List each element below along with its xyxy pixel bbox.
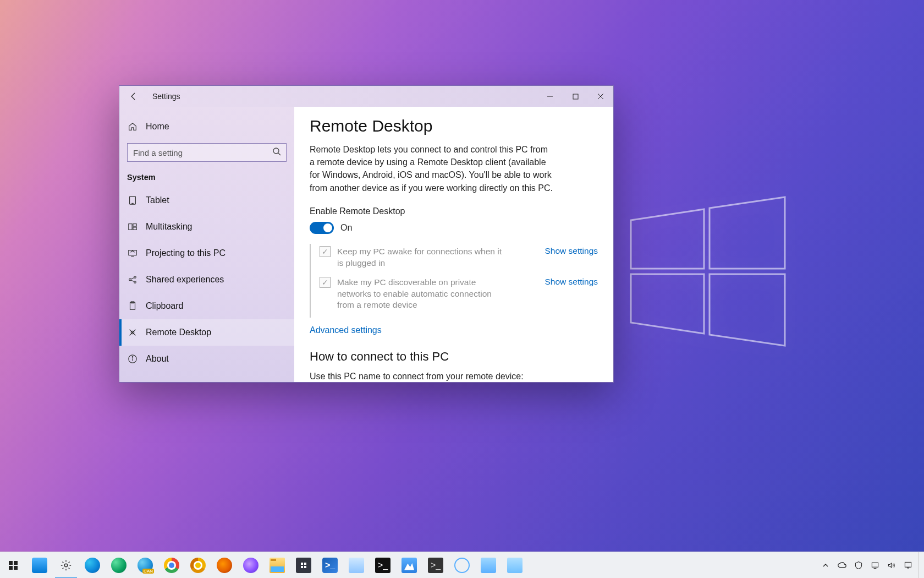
sidebar-home[interactable]: Home bbox=[119, 113, 294, 140]
tray-volume[interactable] bbox=[883, 552, 900, 579]
start-button[interactable] bbox=[0, 552, 26, 579]
tray-action-center[interactable] bbox=[900, 552, 916, 579]
sidebar-item-label: Remote Desktop bbox=[146, 328, 211, 337]
svg-rect-28 bbox=[301, 563, 303, 565]
taskbar-edge-dev[interactable] bbox=[106, 552, 132, 579]
svg-point-27 bbox=[64, 564, 68, 567]
minimize-button[interactable] bbox=[537, 86, 563, 107]
home-label: Home bbox=[146, 122, 169, 132]
svg-line-5 bbox=[278, 153, 280, 155]
sidebar-item-label: Shared experiences bbox=[146, 275, 224, 285]
sidebar-item-projecting[interactable]: Projecting to this PC bbox=[119, 240, 294, 266]
taskbar-edge-canary[interactable]: CAN bbox=[132, 552, 158, 579]
sidebar-item-shared-experiences[interactable]: Shared experiences bbox=[119, 266, 294, 293]
taskbar-app-3[interactable] bbox=[475, 552, 502, 579]
svg-rect-29 bbox=[304, 563, 306, 565]
taskbar-firefox-dev[interactable] bbox=[238, 552, 264, 579]
svg-rect-31 bbox=[304, 566, 306, 568]
remote-icon bbox=[127, 327, 138, 338]
toggle-state: On bbox=[340, 223, 352, 233]
main-pane: Remote Desktop Remote Desktop lets you c… bbox=[294, 107, 613, 382]
taskbar-terminal-2[interactable]: >_ bbox=[422, 552, 449, 579]
svg-rect-9 bbox=[133, 224, 136, 227]
toggle-label: Enable Remote Desktop bbox=[310, 206, 598, 216]
svg-rect-30 bbox=[301, 566, 303, 568]
taskbar-powershell[interactable]: >_ bbox=[317, 552, 343, 579]
tablet-icon bbox=[127, 195, 138, 206]
svg-rect-8 bbox=[129, 224, 132, 230]
svg-rect-33 bbox=[905, 562, 911, 567]
taskbar-app-1[interactable] bbox=[343, 552, 370, 579]
svg-point-4 bbox=[273, 148, 279, 154]
svg-rect-26 bbox=[14, 566, 18, 570]
home-icon bbox=[127, 121, 138, 132]
svg-rect-1 bbox=[573, 94, 578, 99]
taskbar-file-explorer[interactable] bbox=[264, 552, 290, 579]
project-icon bbox=[127, 248, 138, 259]
option-discoverable-text: Make my PC discoverable on private netwo… bbox=[337, 277, 508, 312]
back-button[interactable] bbox=[127, 90, 140, 103]
option-discoverable: ✓ Make my PC discoverable on private net… bbox=[320, 277, 598, 312]
tray-security[interactable] bbox=[850, 552, 867, 579]
share-icon bbox=[127, 274, 138, 285]
sidebar-item-clipboard[interactable]: Clipboard bbox=[119, 293, 294, 319]
svg-rect-23 bbox=[9, 561, 13, 565]
tray-chevron[interactable] bbox=[817, 552, 834, 579]
checkbox-discoverable[interactable]: ✓ bbox=[320, 277, 331, 288]
sidebar-item-multitasking[interactable]: Multitasking bbox=[119, 214, 294, 240]
option-keep-awake-text: Keep my PC awake for connections when it… bbox=[337, 246, 508, 269]
show-settings-link-1[interactable]: Show settings bbox=[535, 246, 598, 256]
svg-point-22 bbox=[132, 357, 133, 357]
search-input[interactable] bbox=[127, 143, 287, 162]
taskbar-app-4[interactable] bbox=[502, 552, 528, 579]
tray-network[interactable] bbox=[867, 552, 883, 579]
show-settings-link-2[interactable]: Show settings bbox=[535, 277, 598, 287]
sidebar-item-label: Clipboard bbox=[146, 301, 183, 311]
svg-rect-10 bbox=[133, 227, 136, 230]
checkbox-keep-awake[interactable]: ✓ bbox=[320, 246, 331, 257]
settings-window: Settings Home bbox=[119, 85, 614, 383]
sidebar-item-about[interactable]: About bbox=[119, 346, 294, 372]
show-desktop-button[interactable] bbox=[919, 552, 922, 579]
taskbar-chrome[interactable] bbox=[158, 552, 185, 579]
taskbar-photos[interactable] bbox=[396, 552, 422, 579]
about-icon bbox=[127, 353, 138, 364]
taskbar-store[interactable] bbox=[290, 552, 317, 579]
search-icon bbox=[272, 147, 282, 157]
page-description: Remote Desktop lets you connect to and c… bbox=[310, 143, 554, 194]
clipboard-icon bbox=[127, 301, 138, 312]
sidebar-item-remote-desktop[interactable]: Remote Desktop bbox=[119, 319, 294, 346]
taskbar: CAN bbox=[0, 552, 924, 578]
taskbar-chrome-canary[interactable] bbox=[185, 552, 211, 579]
tray-onedrive[interactable] bbox=[834, 552, 850, 579]
taskbar-app-2[interactable] bbox=[449, 552, 475, 579]
window-title: Settings bbox=[152, 92, 180, 101]
svg-rect-24 bbox=[14, 561, 18, 565]
connect-text: Use this PC name to connect from your re… bbox=[310, 372, 598, 381]
svg-line-15 bbox=[131, 277, 134, 279]
sidebar-item-label: Multitasking bbox=[146, 222, 192, 232]
close-button[interactable] bbox=[588, 86, 613, 107]
sidebar-category: System bbox=[119, 170, 294, 187]
option-keep-awake: ✓ Keep my PC awake for connections when … bbox=[320, 246, 598, 269]
taskbar-settings[interactable] bbox=[53, 552, 79, 579]
svg-rect-25 bbox=[9, 566, 13, 570]
svg-line-16 bbox=[131, 280, 134, 282]
taskbar-terminal-1[interactable]: >_ bbox=[370, 552, 396, 579]
taskbar-firefox[interactable] bbox=[211, 552, 238, 579]
maximize-button[interactable] bbox=[563, 86, 588, 107]
svg-point-14 bbox=[134, 281, 136, 283]
sidebar-item-label: Tablet bbox=[146, 195, 169, 205]
search-field-wrap bbox=[127, 143, 287, 162]
page-heading: Remote Desktop bbox=[310, 117, 598, 135]
sidebar-item-label: About bbox=[146, 354, 169, 364]
sidebar-item-tablet[interactable]: Tablet bbox=[119, 187, 294, 214]
connect-heading: How to connect to this PC bbox=[310, 350, 598, 364]
taskbar-edge[interactable] bbox=[79, 552, 106, 579]
svg-rect-17 bbox=[130, 303, 135, 310]
taskbar-cortana[interactable] bbox=[26, 552, 53, 579]
multitask-icon bbox=[127, 221, 138, 232]
enable-remote-desktop-toggle[interactable] bbox=[310, 222, 334, 234]
svg-rect-32 bbox=[872, 563, 878, 567]
advanced-settings-link[interactable]: Advanced settings bbox=[310, 325, 382, 335]
